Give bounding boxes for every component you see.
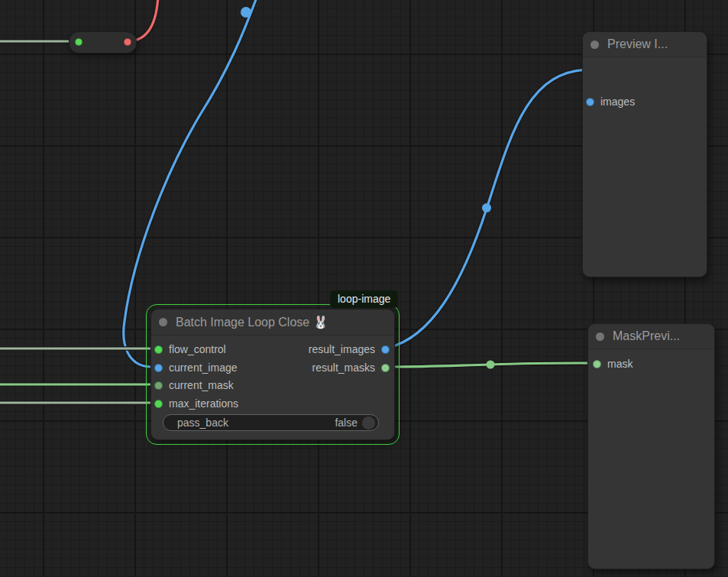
node-title: MaskPrevi...: [613, 329, 680, 343]
collapse-dot-icon[interactable]: [159, 318, 167, 326]
port-label: images: [600, 96, 635, 108]
toggle-knob-icon[interactable]: [362, 417, 375, 430]
input-port-images[interactable]: [586, 98, 594, 106]
port-row-result-images: result_images: [151, 342, 394, 357]
collapse-dot-icon[interactable]: [596, 332, 604, 341]
input-port-mask[interactable]: [593, 360, 601, 368]
port-label: result_masks: [312, 361, 375, 374]
node-header[interactable]: Preview I...: [583, 32, 707, 57]
port-label: result_images: [309, 343, 375, 355]
collapsed-node-output-port-red[interactable]: [124, 38, 131, 46]
output-port-result-images[interactable]: [381, 345, 390, 354]
input-port-max-iterations[interactable]: [154, 400, 163, 408]
port-label: mask: [607, 358, 633, 370]
link-midpoint-dot[interactable]: [482, 203, 491, 212]
node-batch-image-loop-close[interactable]: loop-image Batch Image Loop Close 🐰 flow…: [150, 309, 395, 440]
port-row-current-mask: current_mask: [151, 378, 394, 393]
port-row-mask: mask: [588, 356, 714, 371]
port-label: current_mask: [169, 379, 234, 391]
port-row-images: images: [583, 94, 707, 109]
node-header[interactable]: Batch Image Loop Close 🐰: [151, 310, 394, 336]
node-mask-preview[interactable]: MaskPrevi... mask: [587, 323, 715, 569]
node-title: Preview I...: [607, 37, 668, 51]
widget-value: false: [335, 417, 358, 429]
port-row-result-masks: result_masks: [151, 360, 394, 375]
node-header[interactable]: MaskPrevi...: [588, 324, 714, 349]
port-row-max-iterations: max_iterations: [151, 396, 394, 411]
node-graph-canvas[interactable]: Preview I... images MaskPrevi... mask lo…: [0, 0, 728, 577]
pass-back-widget[interactable]: pass_back false: [163, 414, 379, 431]
collapse-dot-icon[interactable]: [590, 41, 599, 49]
node-badge: loop-image: [330, 290, 398, 308]
collapsed-node[interactable]: [69, 31, 137, 53]
widget-label: pass_back: [177, 417, 335, 429]
link-midpoint-dot[interactable]: [487, 361, 495, 369]
node-title: Batch Image Loop Close 🐰: [176, 315, 328, 329]
node-preview-image[interactable]: Preview I... images: [582, 31, 707, 277]
output-port-result-masks[interactable]: [381, 364, 390, 372]
link-midpoint-dot[interactable]: [241, 7, 251, 18]
input-port-current-mask[interactable]: [154, 381, 163, 390]
collapsed-node-output-port-green[interactable]: [75, 38, 83, 46]
port-label: max_iterations: [169, 397, 238, 410]
